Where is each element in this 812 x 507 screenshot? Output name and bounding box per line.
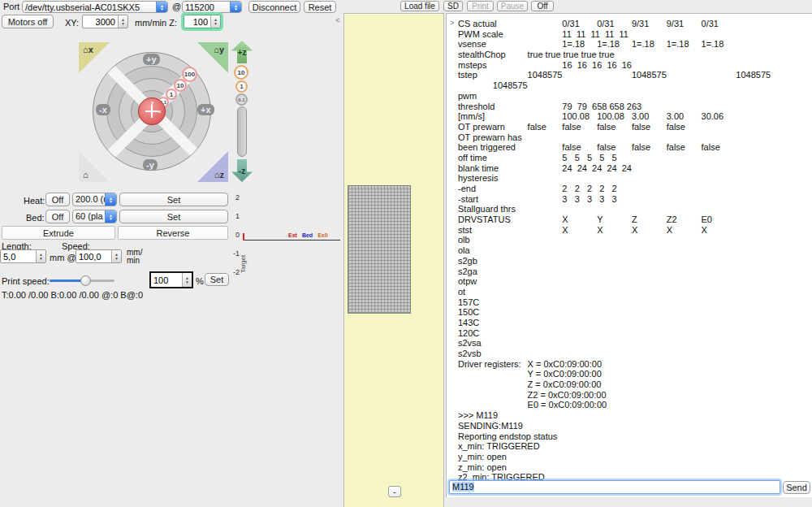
- port-select-value: /dev/tty.usbserial-AC01SKX5: [23, 2, 156, 12]
- heat-temp-select[interactable]: 200.0 (u ▲▼: [72, 193, 117, 206]
- command-input[interactable]: M119: [449, 480, 780, 494]
- console-line: PWM scale 11 11 11 11 11: [458, 29, 810, 40]
- console-line: Z2 = 0xC0:09:00:00: [458, 390, 810, 401]
- xy-feedrate-input[interactable]: [83, 15, 118, 28]
- console-line: Y = 0xC0:09:00:00: [458, 369, 810, 379]
- extrude-speed-input[interactable]: [76, 250, 111, 262]
- graph-target-axis-label: Target: [240, 255, 247, 273]
- extrude-length-input[interactable]: [1, 250, 36, 262]
- jog-plus-x-button[interactable]: +x: [197, 104, 214, 115]
- graph-y-tick: 1: [230, 207, 240, 226]
- gcode-viewer[interactable]: -: [343, 13, 444, 507]
- temp-graph: 210-1-2 Target ExtBedEx0: [230, 188, 343, 291]
- reset-button[interactable]: Reset: [304, 1, 336, 13]
- console-line: x_min: TRIGGERED: [458, 441, 810, 452]
- heat-set-button[interactable]: Set: [119, 193, 228, 206]
- stepper-arrows-icon[interactable]: ▲▼: [118, 15, 127, 28]
- print-speed-input[interactable]: [151, 273, 182, 287]
- jog-center-button[interactable]: y x: [138, 98, 166, 125]
- extrude-button[interactable]: Extrude: [2, 226, 115, 240]
- extrude-speed-stepper[interactable]: ▲▼: [76, 249, 122, 263]
- print-speed-set-button[interactable]: Set: [205, 273, 229, 286]
- console-line: OT prewarn has: [458, 132, 810, 143]
- stepper-arrows-icon[interactable]: ▲▼: [36, 250, 45, 262]
- print-speed-label: Print speed:: [2, 276, 50, 286]
- extrude-length-stepper[interactable]: ▲▼: [0, 249, 46, 263]
- console-line: z_min: open: [458, 462, 810, 473]
- console-line: s2vsa: [458, 338, 810, 349]
- print-speed-slider[interactable]: [50, 275, 114, 287]
- temp-status-line: T:0.00 /0.00 B:0.00 /0.00 @:0 B@:0: [2, 290, 143, 300]
- jog-plus-y-button[interactable]: +y: [143, 54, 160, 65]
- graph-legend: ExtBedEx0: [288, 232, 328, 238]
- console-line: 157C: [458, 297, 810, 308]
- off-button[interactable]: Off: [531, 1, 554, 11]
- jog-minus-x-button[interactable]: -x: [96, 104, 110, 115]
- pause-button[interactable]: Pause: [497, 1, 528, 11]
- console-line: stealthChop true true true true true: [458, 50, 810, 60]
- console-line: vsense 1=.18 1=.18 1=.18 1=.18 1=.18: [458, 39, 810, 50]
- console-line: OT prewarn false false false false false: [458, 122, 810, 132]
- console-line: 150C: [458, 307, 810, 318]
- right-splitter-collapse-button[interactable]: >: [447, 17, 457, 28]
- jog-minus-y-button[interactable]: -y: [143, 159, 158, 171]
- graph-legend-item: Ex0: [317, 232, 327, 238]
- console-line: tstep 1048575 1048575 1048575 1048575: [458, 70, 810, 80]
- slider-fill: [50, 280, 82, 282]
- stepper-arrows-icon[interactable]: ▲▼: [182, 273, 192, 287]
- bed-off-button[interactable]: Off: [45, 210, 70, 223]
- jog-plus-z-button[interactable]: +z: [231, 41, 253, 63]
- home-x-button[interactable]: ⌂x: [79, 42, 110, 73]
- console-line: been triggered false false false false f…: [458, 142, 810, 153]
- home-all-button[interactable]: ⌂: [79, 151, 110, 182]
- console-line: msteps 16 16 16 16 16: [458, 60, 810, 71]
- console-line: s2vsb: [458, 349, 810, 359]
- viewer-zoom-out-button[interactable]: -: [388, 486, 401, 497]
- sd-button[interactable]: SD: [443, 1, 463, 11]
- home-z-button[interactable]: ⌂z: [197, 151, 228, 182]
- console-line: -start 3 3 3 3 3: [458, 194, 810, 205]
- z-jog-track[interactable]: [237, 106, 247, 157]
- bed-set-button[interactable]: Set: [119, 210, 228, 223]
- bed-temp-select[interactable]: 60 (pla ▲▼: [72, 210, 117, 223]
- console-line: Z = 0xC0:09:00:00: [458, 379, 810, 390]
- slider-thumb[interactable]: [80, 275, 91, 286]
- z-feedrate-stepper[interactable]: ▲▼: [184, 15, 221, 28]
- disconnect-button[interactable]: Disconnect: [248, 1, 300, 13]
- print-speed-stepper[interactable]: ▲▼: [149, 271, 193, 288]
- z-feedrate-label: mm/min Z:: [135, 18, 177, 28]
- console-line: olb: [458, 235, 810, 245]
- home-z-icon: ⌂z: [214, 170, 224, 180]
- baud-select[interactable]: 115200 ▲▼: [182, 1, 242, 13]
- graph-y-tick: 0: [230, 226, 240, 245]
- xy-feedrate-stepper[interactable]: ▲▼: [82, 15, 128, 28]
- home-y-icon: ⌂y: [214, 45, 224, 54]
- heat-off-button[interactable]: Off: [45, 193, 70, 206]
- stepper-arrows-icon[interactable]: ▲▼: [210, 15, 220, 28]
- minus-z-label: -z: [239, 167, 245, 176]
- print-button[interactable]: Print: [467, 1, 494, 11]
- load-file-button[interactable]: Load file: [400, 1, 439, 11]
- command-input-selected-text: M119: [452, 482, 474, 492]
- min-label: min: [127, 256, 140, 265]
- console-line: -end 2 2 2 2 2: [458, 184, 810, 194]
- z-feedrate-input[interactable]: [184, 15, 210, 28]
- dropdown-arrows-icon: ▲▼: [230, 2, 241, 12]
- console-line: off time 5 5 5 5 5: [458, 153, 810, 163]
- reverse-button[interactable]: Reverse: [118, 226, 228, 240]
- mm-at-label: mm @: [50, 253, 76, 262]
- port-select[interactable]: /dev/tty.usbserial-AC01SKX5 ▲▼: [22, 1, 168, 13]
- motors-off-button[interactable]: Motors off: [2, 15, 54, 28]
- stepper-arrows-icon[interactable]: ▲▼: [111, 250, 121, 262]
- plus-z-label: +z: [238, 48, 247, 57]
- home-y-button[interactable]: ⌂y: [197, 42, 228, 73]
- center-x-label: x: [158, 109, 161, 114]
- console-line: s2ga: [458, 266, 810, 277]
- graph-y-tick: 2: [230, 188, 240, 207]
- left-splitter-collapse-button[interactable]: <: [333, 15, 343, 26]
- home-all-icon: ⌂: [83, 170, 89, 180]
- heat-label: Heat:: [24, 196, 45, 206]
- jog-minus-z-button[interactable]: -z: [231, 159, 253, 182]
- send-button[interactable]: Send: [783, 481, 810, 494]
- console-line: Stallguard thrs: [458, 204, 810, 214]
